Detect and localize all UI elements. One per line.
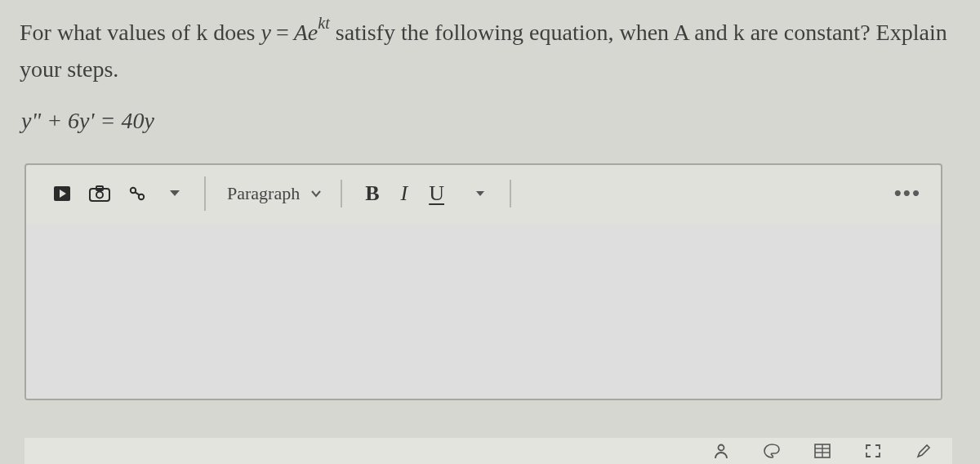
editor-bottom-bar — [24, 438, 952, 464]
svg-line-7 — [135, 192, 140, 195]
pencil-icon[interactable] — [913, 442, 934, 460]
rich-text-editor: Paragraph B I U ••• — [24, 163, 942, 400]
formula-eq: = — [271, 20, 294, 45]
question-prefix: For what values of k does — [20, 20, 261, 45]
italic-button[interactable]: I — [401, 181, 408, 206]
formula: y=Aekt — [261, 20, 336, 45]
paragraph-style-select[interactable]: Paragraph — [214, 180, 342, 207]
editor-toolbar: Paragraph B I U ••• — [26, 165, 941, 224]
more-options-button[interactable]: ••• — [894, 181, 926, 206]
svg-point-8 — [719, 445, 724, 451]
formula-e: e — [308, 20, 318, 45]
play-icon[interactable] — [47, 180, 77, 207]
attachment-icon[interactable] — [122, 180, 152, 207]
user-icon[interactable] — [710, 442, 732, 460]
underline-button[interactable]: U — [429, 181, 444, 206]
editor-content-area[interactable] — [26, 224, 941, 399]
svg-point-4 — [96, 191, 103, 198]
camera-icon[interactable] — [85, 180, 114, 207]
formula-y: y — [261, 20, 271, 45]
format-dropdown[interactable] — [466, 180, 495, 207]
formula-exp: kt — [318, 14, 330, 32]
expand-icon[interactable] — [862, 442, 884, 460]
media-tool-group — [44, 176, 206, 211]
ode-equation: y" + 6y' = 40y — [21, 108, 967, 134]
palette-icon[interactable] — [761, 442, 782, 460]
paragraph-label: Paragraph — [227, 183, 300, 204]
question-text: For what values of k does y=Aekt satisfy… — [20, 15, 967, 88]
chevron-down-icon — [310, 187, 323, 200]
media-dropdown[interactable] — [160, 180, 189, 207]
bold-button[interactable]: B — [365, 181, 379, 206]
table-icon[interactable] — [812, 442, 833, 460]
text-format-group: B I U — [350, 180, 511, 207]
formula-A: A — [294, 20, 308, 45]
